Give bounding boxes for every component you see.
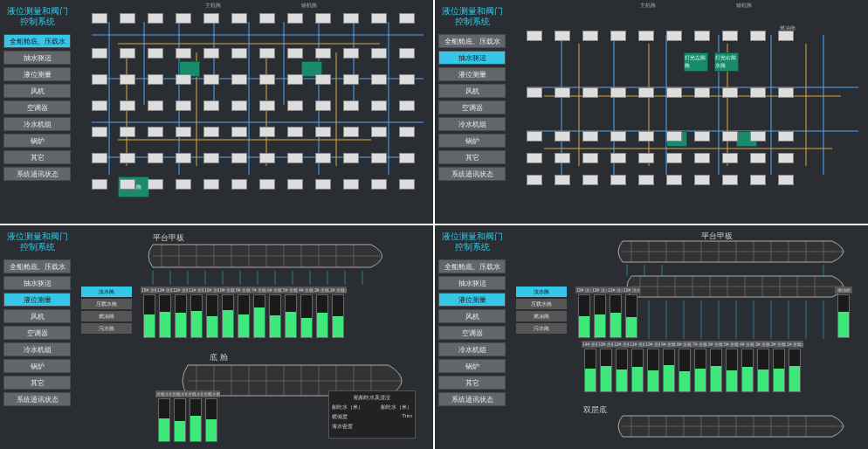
valve-node[interactable] [610, 131, 626, 142]
valve-node[interactable] [582, 31, 598, 41]
valve-node[interactable] [231, 48, 247, 59]
sub-fresh[interactable]: 淡水舱 [81, 287, 132, 297]
valve-node[interactable] [92, 74, 107, 85]
valve-node[interactable] [203, 153, 219, 163]
valve-node[interactable] [259, 48, 275, 59]
nav-ac[interactable]: 空调器 [438, 326, 506, 340]
valve-node[interactable] [638, 31, 654, 41]
valve-node[interactable] [315, 13, 331, 24]
nav-fan[interactable]: 风机 [438, 309, 506, 323]
valve-node[interactable] [315, 127, 331, 137]
level-gauge[interactable]: 13# 压载水舱 [599, 341, 613, 392]
nav-ballast[interactable]: 全船舱底、压载水 [438, 259, 506, 273]
valve-node[interactable] [120, 153, 135, 163]
valve-node[interactable] [315, 179, 331, 190]
valve-node[interactable] [287, 74, 303, 85]
nav-level[interactable]: 液位测量 [438, 293, 506, 307]
valve-node[interactable] [638, 131, 654, 142]
valve-node[interactable] [722, 131, 738, 142]
valve-node[interactable] [259, 179, 275, 190]
valve-node[interactable] [722, 87, 738, 98]
level-gauge[interactable]: 13# 淡水舱 [593, 287, 607, 338]
valve-node[interactable] [343, 127, 359, 137]
valve-node[interactable] [203, 74, 219, 85]
valve-node[interactable] [176, 127, 191, 137]
valve-node[interactable] [371, 13, 387, 24]
valve-node[interactable] [610, 31, 626, 41]
level-gauge[interactable]: 12# 压载水舱 [174, 287, 188, 338]
nav-other[interactable]: 其它 [438, 150, 506, 164]
valve-node[interactable] [582, 87, 598, 98]
light-tank-l[interactable]: 灯光左舷舱 [684, 52, 708, 72]
nav-comm[interactable]: 系统通讯状态 [3, 392, 71, 406]
valve-node[interactable] [638, 153, 654, 163]
valve-node[interactable] [582, 153, 598, 163]
valve-node[interactable] [371, 48, 387, 59]
valve-node[interactable] [203, 13, 219, 24]
nav-comm[interactable]: 系统通讯状态 [438, 167, 506, 181]
valve-node[interactable] [343, 48, 359, 59]
level-gauge[interactable]: 压载水舱 [173, 390, 187, 442]
level-gauge[interactable]: 11# 压载水舱 [189, 287, 203, 338]
valve-node[interactable] [555, 131, 570, 142]
nav-boiler[interactable]: 锅炉 [438, 134, 506, 148]
valve-node[interactable] [92, 127, 107, 137]
valve-node[interactable] [343, 179, 359, 190]
valve-node[interactable] [694, 87, 710, 98]
nav-fan[interactable]: 风机 [3, 309, 71, 323]
valve-node[interactable] [176, 13, 191, 24]
valve-node[interactable] [555, 31, 570, 41]
valve-node[interactable] [148, 13, 163, 24]
sub-ballast[interactable]: 压载水舱 [516, 299, 567, 309]
level-gauge[interactable]: 5# 压载水舱 [284, 287, 298, 338]
level-gauge[interactable]: 13# 压载水舱 [158, 287, 172, 338]
valve-node[interactable] [315, 74, 331, 85]
valve-node[interactable] [694, 31, 710, 41]
valve-node[interactable] [666, 131, 682, 142]
level-gauge[interactable]: 12# 淡水舱 [609, 287, 623, 338]
valve-node[interactable] [638, 87, 654, 98]
valve-node[interactable] [399, 153, 415, 163]
valve-node[interactable] [399, 179, 415, 190]
valve-node[interactable] [371, 74, 387, 85]
valve-node[interactable] [120, 74, 135, 85]
valve-node[interactable] [694, 131, 710, 142]
sub-ballast[interactable]: 压载水舱 [81, 299, 132, 309]
nav-other[interactable]: 其它 [3, 376, 71, 390]
valve-node[interactable] [315, 153, 331, 163]
level-gauge[interactable]: 7# 压载水舱 [252, 287, 266, 338]
valve-node[interactable] [176, 48, 191, 59]
valve-node[interactable] [610, 175, 626, 185]
valve-node[interactable] [92, 48, 107, 59]
valve-node[interactable] [371, 100, 387, 111]
valve-node[interactable] [399, 74, 415, 85]
valve-node[interactable] [694, 153, 710, 163]
nav-cool[interactable]: 冷水机组 [438, 342, 506, 356]
valve-node[interactable] [778, 175, 794, 185]
valve-node[interactable] [287, 100, 303, 111]
nav-level[interactable]: 液位测量 [438, 67, 506, 81]
valve-node[interactable] [555, 175, 570, 185]
level-gauge[interactable]: 压载水舱 [157, 390, 171, 442]
level-gauge[interactable]: 12# 压载水舱 [615, 341, 629, 392]
valve-node[interactable] [343, 100, 359, 111]
valve-node[interactable] [231, 100, 247, 111]
valve-node[interactable] [399, 13, 415, 24]
level-gauge[interactable]: 2# 压载水舱 [772, 341, 786, 392]
level-gauge[interactable]: 10# 压载水舱 [646, 341, 660, 392]
valve-node[interactable] [259, 100, 275, 111]
valve-node[interactable] [582, 175, 598, 185]
valve-node[interactable] [343, 153, 359, 163]
level-gauge[interactable]: 15# 压载水舱 [142, 287, 156, 338]
nav-ballast[interactable]: 全船舱底、压载水 [438, 34, 506, 48]
valve-node[interactable] [750, 153, 766, 163]
nav-drain[interactable]: 抽水驱运 [3, 276, 71, 290]
level-gauge[interactable]: 10# 压载水舱 [205, 287, 219, 338]
level-gauge[interactable]: 1# 压载水舱 [788, 341, 802, 392]
valve-node[interactable] [666, 31, 682, 41]
valve-node[interactable] [778, 153, 794, 163]
level-gauge[interactable]: 15# 淡水舱 [577, 287, 591, 338]
valve-node[interactable] [527, 87, 542, 98]
valve-node[interactable] [120, 48, 135, 59]
valve-node[interactable] [750, 131, 766, 142]
